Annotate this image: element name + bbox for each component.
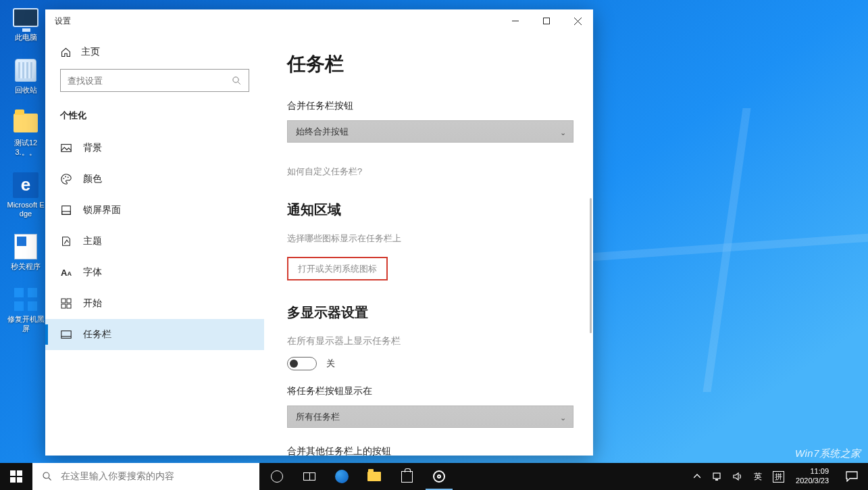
taskbar-app-settings[interactable] — [423, 463, 455, 490]
desktop-icon-recycle-bin[interactable]: 回收站 — [5, 57, 46, 95]
edge-icon — [335, 470, 349, 483]
search-box[interactable] — [60, 69, 249, 92]
svg-rect-6 — [61, 145, 71, 152]
scrollbar-thumb[interactable] — [590, 198, 592, 333]
sidebar-item-fonts[interactable]: AA 字体 — [45, 257, 264, 288]
sidebar-item-label: 锁屏界面 — [83, 204, 121, 216]
desktop-icon-label: 秒关程序 — [11, 262, 41, 271]
tray-time: 11:09 — [810, 467, 829, 476]
combine-label: 合并任务栏按钮 — [287, 100, 563, 112]
wizard-icon — [12, 286, 39, 313]
settings-sidebar: 主页 个性化 背景 — [45, 32, 264, 456]
sidebar-item-colors[interactable]: 颜色 — [45, 164, 264, 195]
minimize-button[interactable] — [500, 10, 531, 32]
sidebar-item-label: 字体 — [83, 266, 102, 278]
sidebar-item-background[interactable]: 背景 — [45, 132, 264, 164]
desktop-icon-wizard[interactable]: 修复开机黑屏 — [5, 286, 46, 333]
system-tray: 英 拼 11:09 2020/3/23 — [686, 463, 868, 490]
folder-icon — [12, 109, 39, 137]
sidebar-item-label: 任务栏 — [83, 328, 111, 341]
desktop-icon-batch[interactable]: 秒关程序 — [5, 233, 46, 271]
combine-value: 始终合并按钮 — [296, 126, 349, 138]
titlebar[interactable]: 设置 — [45, 9, 593, 32]
windows-logo-icon — [10, 470, 22, 483]
tray-clock[interactable]: 11:09 2020/3/23 — [792, 467, 833, 486]
sidebar-item-taskbar[interactable]: 任务栏 — [45, 319, 264, 350]
home-icon — [60, 47, 72, 58]
desktop-icon-edge[interactable]: e Microsoft Edge — [5, 172, 46, 218]
chevron-down-icon: ⌄ — [560, 414, 566, 422]
taskbar-app-store[interactable] — [390, 463, 423, 490]
search-input[interactable] — [68, 76, 232, 86]
watermark: Win7系统之家 — [795, 447, 861, 460]
pc-icon — [12, 4, 39, 31]
tray-ime-lang[interactable]: 英 — [751, 463, 765, 490]
batch-icon — [12, 233, 39, 260]
page-title: 任务栏 — [287, 51, 563, 77]
svg-rect-12 — [61, 299, 66, 303]
sidebar-item-themes[interactable]: 主题 — [45, 226, 264, 257]
desktop-icons: 此电脑 回收站 测试123.。。 e Microsoft Edge 秒关程序 修… — [5, 4, 46, 333]
multi-where-dropdown[interactable]: 所有任务栏 ⌄ — [287, 406, 573, 428]
picture-icon — [60, 142, 72, 154]
gear-icon — [433, 470, 445, 483]
folder-icon — [367, 472, 381, 481]
start-icon — [60, 297, 72, 310]
svg-point-7 — [63, 178, 65, 179]
taskbar-app-explorer[interactable] — [358, 463, 390, 490]
bin-icon — [12, 57, 39, 84]
search-icon — [42, 471, 53, 482]
edge-icon: e — [12, 172, 39, 199]
svg-line-5 — [238, 82, 240, 84]
link-system-icons[interactable]: 打开或关闭系统图标 — [298, 264, 377, 274]
taskbar-search[interactable]: 在这里输入你要搜索的内容 — [32, 463, 259, 490]
svg-rect-13 — [67, 299, 71, 303]
notification-icon — [846, 471, 858, 482]
sidebar-item-label: 颜色 — [83, 173, 102, 185]
sidebar-home[interactable]: 主页 — [45, 32, 264, 68]
maximize-button[interactable] — [531, 10, 562, 32]
tray-network-icon[interactable] — [711, 463, 724, 490]
theme-icon — [60, 235, 72, 247]
desktop-icon-label: 修复开机黑屏 — [5, 315, 46, 333]
cortana-button[interactable] — [261, 463, 293, 490]
tray-volume-icon[interactable] — [731, 463, 744, 490]
task-view-button[interactable] — [293, 463, 326, 490]
svg-point-18 — [43, 472, 49, 479]
tray-overflow[interactable] — [690, 463, 704, 490]
sidebar-item-start[interactable]: 开始 — [45, 288, 264, 319]
tray-date: 2020/3/23 — [796, 476, 829, 486]
start-button[interactable] — [0, 463, 32, 490]
link-select-icons[interactable]: 选择哪些图标显示在任务栏上 — [287, 232, 563, 245]
svg-point-9 — [68, 176, 69, 178]
action-center-button[interactable] — [840, 471, 864, 482]
taskbar-app-edge[interactable] — [326, 463, 358, 490]
svg-rect-15 — [67, 304, 71, 308]
section-multi-display: 多显示器设置 — [287, 303, 563, 322]
palette-icon — [60, 173, 72, 185]
svg-rect-16 — [61, 331, 71, 339]
desktop-icon-this-pc[interactable]: 此电脑 — [5, 4, 46, 42]
sidebar-item-label: 开始 — [83, 297, 102, 310]
multi-where-value: 所有任务栏 — [296, 411, 340, 423]
howto-link[interactable]: 如何自定义任务栏? — [287, 166, 563, 178]
desktop-icon-label: Microsoft Edge — [5, 201, 46, 218]
desktop-icon-folder[interactable]: 测试123.。。 — [5, 109, 46, 156]
cortana-icon — [271, 470, 283, 483]
toggle-state-label: 关 — [326, 358, 335, 370]
multi-where-label: 将任务栏按钮显示在 — [287, 385, 563, 397]
combine-dropdown[interactable]: 始终合并按钮 ⌄ — [287, 120, 573, 143]
sidebar-item-lockscreen[interactable]: 锁屏界面 — [45, 195, 264, 226]
svg-rect-1 — [544, 18, 550, 24]
taskbar: 在这里输入你要搜索的内容 英 拼 11:09 2020/3/23 — [0, 463, 868, 490]
taskbar-search-placeholder: 在这里输入你要搜索的内容 — [61, 470, 174, 483]
desktop: 此电脑 回收站 测试123.。。 e Microsoft Edge 秒关程序 修… — [0, 0, 868, 490]
multi-show-toggle[interactable] — [287, 357, 317, 370]
tray-ime-mode[interactable]: 拼 — [771, 463, 785, 490]
svg-rect-14 — [61, 304, 66, 308]
close-button[interactable] — [562, 10, 593, 32]
lockscreen-icon — [60, 204, 72, 216]
settings-window: 设置 主页 — [45, 9, 593, 456]
desktop-icon-label: 此电脑 — [15, 33, 37, 42]
svg-rect-20 — [713, 473, 720, 479]
